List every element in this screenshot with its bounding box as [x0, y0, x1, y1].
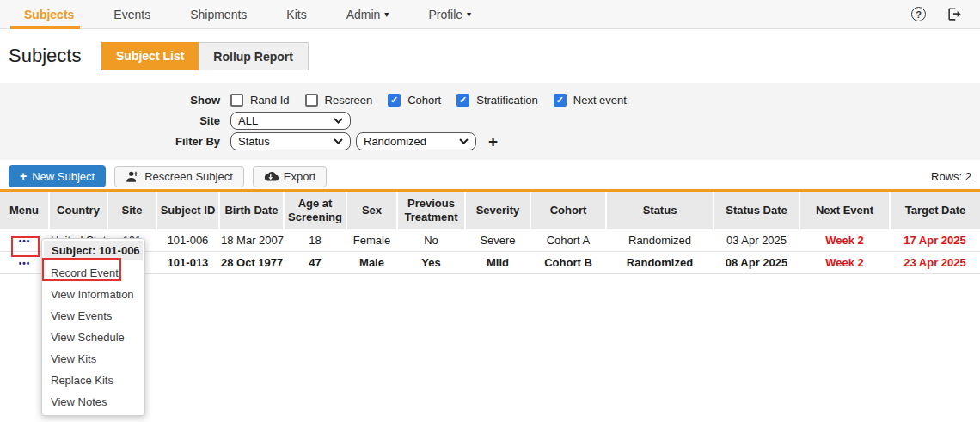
- context-menu-header: Subject: 101-006: [44, 241, 143, 260]
- menu-item-record-event[interactable]: Record Event: [42, 262, 144, 284]
- cell-status-date: 08 Apr 2025: [714, 252, 799, 274]
- site-select-value: ALL: [238, 114, 258, 127]
- cell-cohort: Cohort A: [530, 229, 606, 252]
- table-row: ••• United States 101 101-006 18 Mar 200…: [0, 229, 980, 252]
- nav-item-shipments[interactable]: Shipments: [190, 0, 247, 29]
- export-label: Export: [284, 170, 316, 183]
- person-add-icon: [126, 170, 139, 182]
- view-tabs: Subject List Rollup Report: [101, 42, 309, 70]
- cell-previous-treatment: Yes: [397, 252, 465, 274]
- checkbox-label: Stratification: [476, 94, 538, 107]
- filter-value-select[interactable]: Randomized: [356, 132, 476, 150]
- rescreen-subject-label: Rescreen Subject: [144, 170, 233, 183]
- checkbox-icon: [554, 94, 567, 107]
- filter-by-row: Filter By Status Randomized +: [0, 131, 980, 150]
- new-subject-label: New Subject: [32, 170, 95, 183]
- rows-count: Rows: 2: [931, 170, 971, 183]
- row-menu-button[interactable]: •••: [19, 236, 31, 246]
- col-header-country: Country: [49, 191, 107, 229]
- caret-down-icon: ▾: [467, 9, 471, 19]
- menu-item-view-schedule[interactable]: View Schedule: [42, 327, 144, 348]
- cell-next-event: Week 2: [799, 229, 890, 252]
- col-header-status-date: Status Date: [714, 191, 799, 229]
- nav-label: Shipments: [190, 8, 247, 21]
- nav-item-kits[interactable]: Kits: [286, 0, 306, 29]
- cell-age: 47: [284, 252, 346, 274]
- checkbox-label: Cohort: [407, 94, 441, 107]
- cell-target-date: 17 Apr 2025: [890, 229, 980, 252]
- site-select[interactable]: ALL: [230, 112, 351, 130]
- filter-panel: Show Rand Id Rescreen Cohort Stratificat…: [0, 83, 980, 160]
- col-header-birth-date: Birth Date: [219, 191, 284, 229]
- row-context-menu: Subject: 101-006 Record Event View Infor…: [41, 238, 145, 416]
- tab-rollup-report[interactable]: Rollup Report: [199, 42, 309, 70]
- logout-icon[interactable]: [946, 6, 963, 22]
- cell-sex: Female: [346, 229, 397, 252]
- col-header-menu: Menu: [0, 191, 49, 229]
- cell-severity: Mild: [465, 252, 530, 274]
- add-filter-button[interactable]: +: [488, 133, 498, 150]
- nav-label: Events: [113, 8, 150, 21]
- menu-item-view-information[interactable]: View Information: [42, 284, 144, 305]
- top-nav: Subjects Events Shipments Kits Admin ▾ P…: [0, 0, 980, 29]
- export-button[interactable]: Export: [253, 166, 328, 187]
- chevron-down-icon: [334, 138, 343, 144]
- col-header-subject-id: Subject ID: [156, 191, 219, 229]
- cell-target-date: 23 Apr 2025: [890, 252, 980, 274]
- col-header-severity: Severity: [465, 191, 530, 229]
- checkbox-label: Next event: [573, 94, 627, 107]
- col-header-cohort: Cohort: [530, 191, 606, 229]
- nav-label: Admin: [346, 8, 381, 21]
- menu-item-view-events[interactable]: View Events: [42, 305, 144, 327]
- chevron-down-icon: [459, 138, 469, 144]
- nav-item-admin[interactable]: Admin ▾: [346, 0, 389, 29]
- checkbox-rand-id[interactable]: Rand Id: [230, 94, 290, 107]
- cell-subject-id: 101-013: [156, 252, 219, 274]
- checkbox-icon: [388, 94, 401, 107]
- menu-item-replace-kits[interactable]: Replace Kits: [42, 370, 144, 391]
- tab-subject-list[interactable]: Subject List: [101, 42, 199, 70]
- checkbox-label: Rescreen: [325, 94, 373, 107]
- new-subject-button[interactable]: + New Subject: [9, 165, 106, 187]
- checkbox-stratification[interactable]: Stratification: [456, 94, 538, 107]
- filter-by-label: Filter By: [0, 135, 220, 148]
- nav-item-profile[interactable]: Profile ▾: [428, 0, 471, 29]
- col-header-sex: Sex: [346, 191, 397, 229]
- checkbox-label: Rand Id: [250, 94, 290, 107]
- table-row: ••• 101-013 28 Oct 1977 47 Male Yes Mild…: [0, 252, 980, 274]
- col-header-site: Site: [107, 191, 156, 229]
- cell-subject-id: 101-006: [156, 229, 219, 252]
- rescreen-subject-button[interactable]: Rescreen Subject: [114, 166, 244, 187]
- cell-status-date: 03 Apr 2025: [714, 229, 799, 252]
- cell-cohort: Cohort B: [530, 252, 606, 274]
- checkbox-icon: [230, 94, 243, 107]
- col-header-status: Status: [606, 191, 714, 229]
- checkbox-next-event[interactable]: Next event: [554, 94, 627, 107]
- table-header-row: Menu Country Site Subject ID Birth Date …: [0, 191, 980, 229]
- app-root: Subjects Events Shipments Kits Admin ▾ P…: [0, 0, 980, 422]
- actions-row: + New Subject Rescreen Subject Export Ro…: [0, 160, 980, 187]
- cell-sex: Male: [346, 252, 397, 274]
- checkbox-cohort[interactable]: Cohort: [388, 94, 441, 107]
- menu-item-view-kits[interactable]: View Kits: [42, 348, 144, 370]
- filter-field-select[interactable]: Status: [230, 132, 351, 150]
- nav-item-events[interactable]: Events: [113, 0, 150, 29]
- cell-status: Randomized: [606, 252, 714, 274]
- col-header-previous-treatment: Previous Treatment: [397, 191, 465, 229]
- checkbox-icon: [456, 94, 469, 107]
- checkbox-rescreen[interactable]: Rescreen: [305, 94, 373, 107]
- nav-label: Subjects: [24, 8, 74, 21]
- cell-birth-date: 28 Oct 1977: [219, 252, 284, 274]
- row-menu-button[interactable]: •••: [19, 259, 31, 268]
- show-filter-row: Show Rand Id Rescreen Cohort Stratificat…: [0, 90, 980, 109]
- caret-down-icon: ▾: [384, 9, 389, 19]
- filter-field-value: Status: [238, 135, 270, 148]
- help-icon[interactable]: ?: [911, 7, 926, 21]
- cell-previous-treatment: No: [397, 229, 465, 252]
- show-label: Show: [0, 94, 220, 107]
- menu-item-view-notes[interactable]: View Notes: [42, 391, 144, 413]
- cell-birth-date: 18 Mar 2007: [219, 229, 284, 252]
- page-title: Subjects: [9, 45, 95, 67]
- filter-value-value: Randomized: [364, 135, 426, 148]
- nav-item-subjects[interactable]: Subjects: [24, 0, 74, 29]
